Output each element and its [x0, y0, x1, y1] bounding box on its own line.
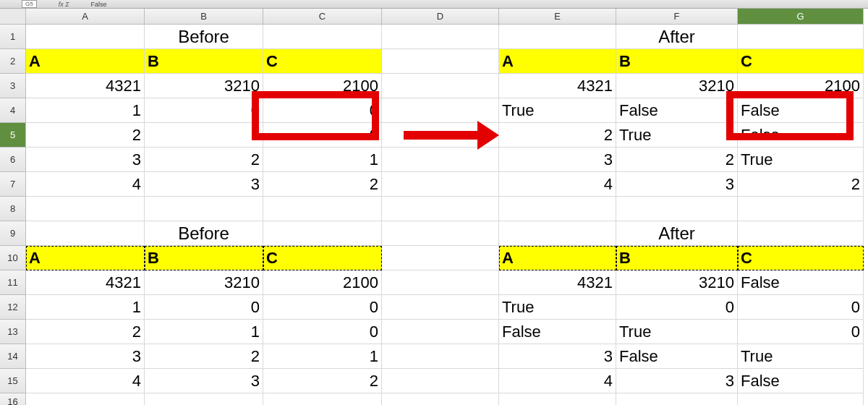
fx-icon[interactable]: fx Σ — [59, 1, 69, 8]
cell-A3[interactable]: 4321 — [26, 74, 145, 98]
cell-A4[interactable]: 1 — [26, 98, 145, 123]
col-header-C[interactable]: C — [263, 9, 382, 25]
cell-D14[interactable] — [382, 344, 499, 369]
cell-C16[interactable] — [263, 393, 382, 405]
cell-E10[interactable]: A — [499, 246, 616, 270]
cell-G11[interactable]: False — [738, 270, 864, 295]
cell-E5[interactable]: 2 — [499, 123, 616, 148]
cell-F11[interactable]: 3210 — [616, 270, 738, 295]
cell-F15[interactable]: 3 — [616, 369, 738, 393]
name-box[interactable]: G5 — [22, 0, 37, 8]
row-header-3[interactable]: 3 — [0, 74, 26, 98]
cell-A2[interactable]: A — [26, 49, 145, 74]
row-header-15[interactable]: 15 — [0, 369, 26, 393]
cell-A16[interactable] — [26, 393, 145, 405]
cell-E1[interactable] — [499, 25, 616, 49]
cell-F2[interactable]: B — [616, 49, 738, 74]
cell-F6[interactable]: 2 — [616, 148, 738, 172]
cell-E2[interactable]: A — [499, 49, 616, 74]
cell-F14[interactable]: False — [616, 344, 738, 369]
cell-D4[interactable] — [382, 98, 499, 123]
row-header-4[interactable]: 4 — [0, 98, 26, 123]
cell-G6[interactable]: True — [738, 148, 864, 172]
cell-C9[interactable] — [263, 221, 382, 246]
cell-A13[interactable]: 2 — [26, 320, 145, 344]
cell-D5[interactable] — [382, 123, 499, 148]
cell-C13[interactable]: 0 — [263, 320, 382, 344]
cell-C8[interactable] — [263, 197, 382, 221]
cell-A5[interactable]: 2 — [26, 123, 145, 148]
cell-A9[interactable] — [26, 221, 145, 246]
cell-B4[interactable]: 0 — [145, 98, 263, 123]
cell-A11[interactable]: 4321 — [26, 270, 145, 295]
cell-G10[interactable]: C — [738, 246, 864, 270]
cell-C7[interactable]: 2 — [263, 172, 382, 197]
cell-B15[interactable]: 3 — [145, 369, 263, 393]
cell-D2[interactable] — [382, 49, 499, 74]
col-header-D[interactable]: D — [382, 9, 499, 25]
cell-B14[interactable]: 2 — [145, 344, 263, 369]
row-header-12[interactable]: 12 — [0, 295, 26, 320]
cell-G4[interactable]: False — [738, 98, 864, 123]
cell-G5[interactable]: False — [738, 123, 864, 148]
cell-E9[interactable] — [499, 221, 616, 246]
col-header-F[interactable]: F — [616, 9, 738, 25]
col-header-G[interactable]: G — [738, 9, 864, 25]
cell-C6[interactable]: 1 — [263, 148, 382, 172]
cell-A12[interactable]: 1 — [26, 295, 145, 320]
row-header-7[interactable]: 7 — [0, 172, 26, 197]
cell-G14[interactable]: True — [738, 344, 864, 369]
cell-C10[interactable]: C — [263, 246, 382, 270]
cell-B7[interactable]: 3 — [145, 172, 263, 197]
cell-E11[interactable]: 4321 — [499, 270, 616, 295]
cell-B8[interactable] — [145, 197, 263, 221]
cell-D1[interactable] — [382, 25, 499, 49]
cell-E16[interactable] — [499, 393, 616, 405]
cell-B1[interactable]: Before — [145, 25, 263, 49]
cell-E12[interactable]: True — [499, 295, 616, 320]
cell-C1[interactable] — [263, 25, 382, 49]
cell-D9[interactable] — [382, 221, 499, 246]
col-header-A[interactable]: A — [26, 9, 145, 25]
cell-D3[interactable] — [382, 74, 499, 98]
row-header-14[interactable]: 14 — [0, 344, 26, 369]
cell-D8[interactable] — [382, 197, 499, 221]
cell-E7[interactable]: 4 — [499, 172, 616, 197]
col-header-B[interactable]: B — [145, 9, 263, 25]
cell-grid[interactable]: BeforeAfterABCABC43213210210043213210210… — [26, 25, 864, 405]
cell-D15[interactable] — [382, 369, 499, 393]
cell-G12[interactable]: 0 — [738, 295, 864, 320]
cell-B3[interactable]: 3210 — [145, 74, 263, 98]
cell-B6[interactable]: 2 — [145, 148, 263, 172]
select-all-corner[interactable] — [0, 9, 26, 25]
cell-F7[interactable]: 3 — [616, 172, 738, 197]
row-header-9[interactable]: 9 — [0, 221, 26, 246]
cell-A6[interactable]: 3 — [26, 148, 145, 172]
cell-E3[interactable]: 4321 — [499, 74, 616, 98]
cell-G7[interactable]: 2 — [738, 172, 864, 197]
cell-D10[interactable] — [382, 246, 499, 270]
row-header-2[interactable]: 2 — [0, 49, 26, 74]
cell-C3[interactable]: 2100 — [263, 74, 382, 98]
cell-F12[interactable]: 0 — [616, 295, 738, 320]
cell-D6[interactable] — [382, 148, 499, 172]
cell-C5[interactable]: 0 — [263, 123, 382, 148]
cell-E6[interactable]: 3 — [499, 148, 616, 172]
cell-B11[interactable]: 3210 — [145, 270, 263, 295]
cell-E13[interactable]: False — [499, 320, 616, 344]
cell-G16[interactable] — [738, 393, 864, 405]
cell-C2[interactable]: C — [263, 49, 382, 74]
cell-B16[interactable] — [145, 393, 263, 405]
cell-G9[interactable] — [738, 221, 864, 246]
cell-F9[interactable]: After — [616, 221, 738, 246]
row-header-11[interactable]: 11 — [0, 270, 26, 295]
row-header-16[interactable]: 16 — [0, 393, 26, 405]
cell-D11[interactable] — [382, 270, 499, 295]
cell-E8[interactable] — [499, 197, 616, 221]
cell-C4[interactable]: 0 — [263, 98, 382, 123]
cell-E4[interactable]: True — [499, 98, 616, 123]
cell-A14[interactable]: 3 — [26, 344, 145, 369]
cell-G13[interactable]: 0 — [738, 320, 864, 344]
cell-A15[interactable]: 4 — [26, 369, 145, 393]
cell-F8[interactable] — [616, 197, 738, 221]
